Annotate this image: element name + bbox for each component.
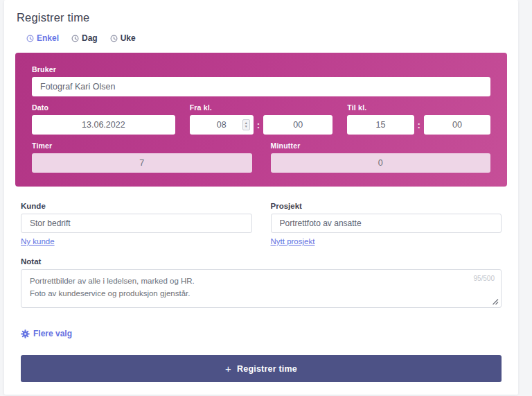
register-time-card: Registrer time Enkel Dag Uke Bruker Da [4,0,518,395]
flere-valg-label: Flere valg [33,329,72,338]
kunde-label: Kunde [21,202,252,210]
time-colon: : [418,120,420,130]
tab-enkel[interactable]: Enkel [26,33,59,43]
dato-field: Dato [32,96,175,135]
ny-kunde-link[interactable]: Ny kunde [21,237,55,246]
minutter-field: Minutter 0 [271,135,491,173]
dato-input[interactable] [32,115,175,135]
prosjekt-field: Prosjekt Nytt prosjekt [271,202,502,247]
fra-minute-input[interactable] [263,115,332,135]
til-kl-field: Til kl. : [347,96,490,135]
prosjekt-input[interactable] [271,214,502,233]
kunde-field: Kunde Ny kunde [21,202,252,247]
page-title: Registrer time [17,11,506,24]
time-entry-panel: Bruker Dato Fra kl. ▲▼ : Til kl. [15,53,507,187]
submit-label: Registrer time [237,364,297,374]
clock-icon [71,35,79,42]
notat-field: Notat Portrettbilder av alle i ledelsen,… [21,257,502,311]
minutter-label: Minutter [271,141,491,150]
timer-value: 7 [32,153,252,173]
fra-kl-label: Fra kl. [190,103,333,112]
minutter-value: 0 [271,153,491,173]
tab-label: Enkel [37,33,59,43]
kunde-input[interactable] [21,214,252,233]
number-stepper-icon[interactable]: ▲▼ [242,119,250,130]
til-kl-label: Til kl. [347,103,490,112]
notat-label: Notat [21,257,502,266]
bruker-input[interactable] [32,77,490,96]
nytt-prosjekt-link[interactable]: Nytt prosjekt [271,237,315,246]
clock-icon [26,35,34,42]
notat-textarea[interactable]: Portrettbilder av alle i ledelsen, marke… [21,269,502,308]
tab-uke[interactable]: Uke [110,33,136,43]
timer-label: Timer [32,141,252,150]
view-tabs: Enkel Dag Uke [4,33,518,43]
dato-label: Dato [32,103,175,112]
clock-icon [110,35,118,42]
fra-kl-field: Fra kl. ▲▼ : [190,96,333,135]
tab-label: Dag [82,33,98,43]
card-header: Registrer time [4,0,518,24]
til-minute-input[interactable] [424,115,490,135]
time-colon: : [257,120,260,130]
bruker-label: Bruker [32,65,490,74]
char-counter: 95/500 [473,275,495,282]
til-hour-input[interactable] [347,115,414,135]
plus-icon: + [225,363,231,375]
resize-grip-icon[interactable] [492,295,499,308]
details-section: Kunde Ny kunde Prosjekt Nytt prosjekt No… [4,187,518,382]
tab-dag[interactable]: Dag [71,33,98,43]
prosjekt-label: Prosjekt [271,202,502,210]
tab-label: Uke [121,33,136,43]
timer-field: Timer 7 [32,135,252,173]
gear-icon [21,329,30,338]
flere-valg-link[interactable]: Flere valg [21,329,502,338]
registrer-time-button[interactable]: + Registrer time [21,355,502,382]
